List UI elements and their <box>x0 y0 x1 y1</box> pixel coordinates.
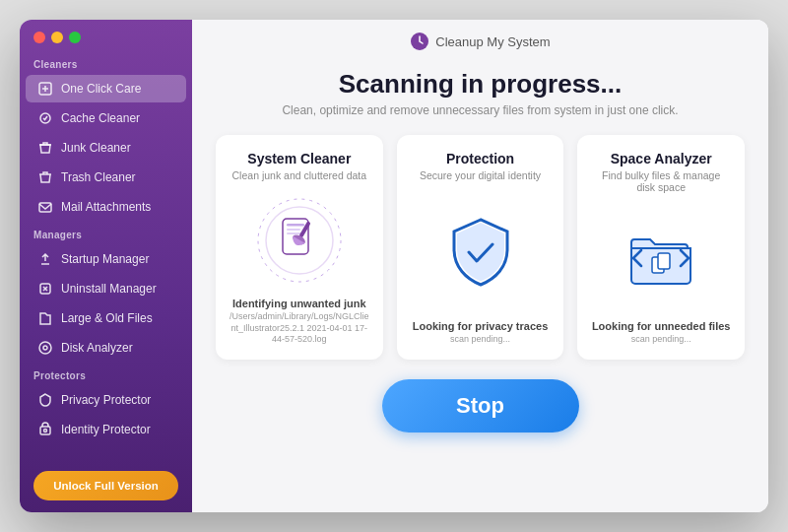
sidebar-item-trash-cleaner[interactable]: Trash Cleaner <box>26 164 186 191</box>
space-analyzer-file: scan pending... <box>631 334 691 346</box>
svg-rect-6 <box>40 427 50 434</box>
protection-icon-area <box>411 191 551 312</box>
sidebar-item-label: Junk Cleaner <box>61 141 131 155</box>
protection-title: Protection <box>446 151 514 166</box>
sidebar-item-label: Startup Manager <box>61 252 149 266</box>
startup-icon <box>37 251 53 267</box>
protection-card: Protection Secure your digital identity … <box>397 135 564 360</box>
protection-file: scan pending... <box>450 334 510 346</box>
space-analyzer-icon-area <box>591 203 731 312</box>
space-analyzer-title: Space Analyzer <box>611 151 712 166</box>
unlock-full-version-button[interactable]: Unlock Full Version <box>33 471 178 500</box>
sidebar-item-uninstall-manager[interactable]: Uninstall Manager <box>26 275 186 302</box>
uninstall-icon <box>37 281 53 297</box>
svg-point-7 <box>44 430 47 432</box>
app-logo-icon <box>410 32 429 51</box>
sidebar-item-cache-cleaner[interactable]: Cache Cleaner <box>26 104 186 132</box>
space-analyzer-card: Space Analyzer Find bulky files & manage… <box>577 135 745 360</box>
sidebar-item-junk-cleaner[interactable]: Junk Cleaner <box>26 134 186 162</box>
sidebar-item-startup-manager[interactable]: Startup Manager <box>26 245 186 273</box>
cache-cleaner-icon <box>37 110 53 126</box>
system-cleaner-icon-area <box>230 191 369 290</box>
sidebar-item-privacy-protector[interactable]: Privacy Protector <box>26 386 186 414</box>
system-cleaner-status: Identifying unwanted junk <box>232 298 366 309</box>
maximize-button[interactable] <box>69 32 81 43</box>
protection-desc: Secure your digital identity <box>420 169 541 181</box>
managers-section-label: Managers <box>20 222 192 244</box>
sidebar-item-label: Disk Analyzer <box>61 341 133 355</box>
system-cleaner-file: /Users/admin/Library/Logs/NGLClient_Illu… <box>230 311 369 346</box>
identity-icon <box>37 422 53 437</box>
stop-button[interactable]: Stop <box>382 379 579 432</box>
content-area: Scanning in progress... Clean, optimize … <box>192 59 768 512</box>
space-analyzer-folder-icon <box>617 214 705 302</box>
system-cleaner-animation <box>250 191 349 290</box>
svg-rect-18 <box>658 253 670 269</box>
protectors-section-label: Protectors <box>20 363 192 385</box>
sidebar-item-label: Trash Cleaner <box>61 170 136 184</box>
sidebar-item-label: Identity Protector <box>61 423 151 436</box>
disk-icon <box>37 340 53 356</box>
sidebar-item-mail-attachments[interactable]: Mail Attachments <box>26 193 186 221</box>
sidebar-item-label: Cache Cleaner <box>61 111 140 125</box>
svg-point-5 <box>43 346 47 350</box>
svg-rect-13 <box>287 229 300 231</box>
traffic-lights <box>20 20 192 51</box>
svg-rect-12 <box>287 224 304 227</box>
sidebar-item-disk-analyzer[interactable]: Disk Analyzer <box>26 334 186 362</box>
sidebar-item-label: Privacy Protector <box>61 393 151 407</box>
app-window: Cleaners One Click Care Cache Cleaner Ju… <box>20 20 768 512</box>
minimize-button[interactable] <box>51 32 63 43</box>
scan-subtitle: Clean, optimize and remove unnecessary f… <box>282 103 678 117</box>
space-analyzer-desc: Find bulky files & manage disk space <box>591 169 731 193</box>
system-cleaner-desc: Clean junk and cluttered data <box>232 169 367 181</box>
cleaners-section-label: Cleaners <box>20 51 192 74</box>
sidebar-item-large-old-files[interactable]: Large & Old Files <box>26 304 186 332</box>
sidebar-item-label: Mail Attachments <box>61 200 151 214</box>
close-button[interactable] <box>33 32 45 43</box>
app-title: Cleanup My System <box>435 34 550 49</box>
sidebar-item-identity-protector[interactable]: Identity Protector <box>26 416 186 443</box>
space-analyzer-status: Looking for unneeded files <box>592 320 731 332</box>
cards-row: System Cleaner Clean junk and cluttered … <box>216 135 745 360</box>
sidebar-item-label: Uninstall Manager <box>61 282 157 296</box>
mail-icon <box>37 199 53 215</box>
protection-status: Looking for privacy traces <box>413 320 549 332</box>
junk-cleaner-icon <box>37 140 53 156</box>
sidebar-item-label: One Click Care <box>61 82 141 96</box>
scan-title: Scanning in progress... <box>339 69 623 100</box>
main-content: Cleanup My System Scanning in progress..… <box>192 20 768 512</box>
svg-rect-2 <box>39 203 51 212</box>
sidebar-item-one-click-care[interactable]: One Click Care <box>26 75 186 102</box>
large-files-icon <box>37 310 53 326</box>
system-cleaner-title: System Cleaner <box>247 151 351 166</box>
sidebar-item-label: Large & Old Files <box>61 311 153 325</box>
topbar: Cleanup My System <box>192 20 768 59</box>
svg-point-4 <box>39 342 51 354</box>
one-click-care-icon <box>37 81 53 97</box>
protection-shield-icon <box>436 208 525 297</box>
sidebar: Cleaners One Click Care Cache Cleaner Ju… <box>20 20 192 512</box>
system-cleaner-card: System Cleaner Clean junk and cluttered … <box>216 135 383 360</box>
privacy-icon <box>37 392 53 408</box>
trash-cleaner-icon <box>37 169 53 185</box>
